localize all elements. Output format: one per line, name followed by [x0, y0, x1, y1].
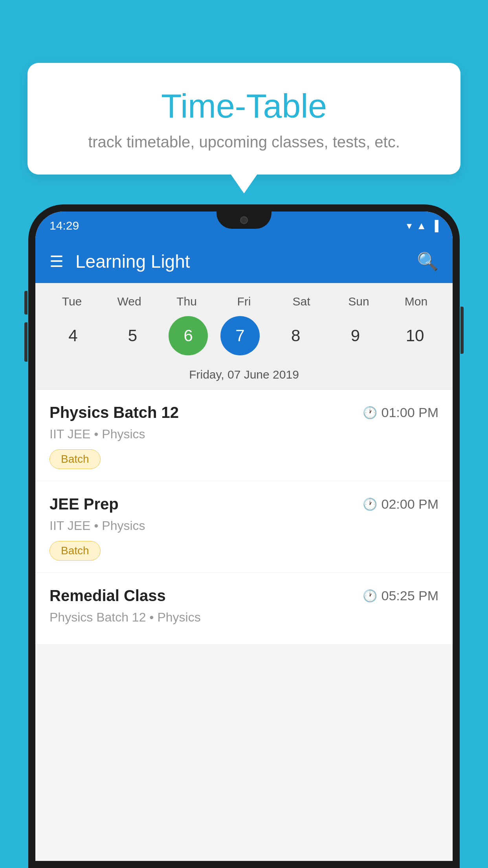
schedule-title-2: JEE Prep: [50, 495, 119, 513]
day-header-thu: Thu: [163, 295, 210, 308]
speech-bubble-container: Time-Table track timetable, upcoming cla…: [28, 63, 460, 175]
day-6-today[interactable]: 6: [169, 316, 208, 355]
batch-badge-2: Batch: [50, 541, 101, 561]
day-header-sun: Sun: [335, 295, 382, 308]
schedule-time-2: 🕐 02:00 PM: [363, 497, 438, 512]
speech-bubble: Time-Table track timetable, upcoming cla…: [28, 63, 460, 175]
day-headers: Tue Wed Thu Fri Sat Sun Mon: [35, 291, 453, 312]
status-bar: 14:29 ▾ ▲ ▐: [35, 211, 453, 240]
day-4[interactable]: 4: [50, 316, 97, 355]
side-button-power: [460, 307, 464, 354]
schedule-item-1[interactable]: Physics Batch 12 🕐 01:00 PM IIT JEE • Ph…: [35, 390, 453, 481]
clock-icon-3: 🕐: [363, 589, 377, 603]
schedule-item-2[interactable]: JEE Prep 🕐 02:00 PM IIT JEE • Physics Ba…: [35, 481, 453, 573]
battery-icon: ▐: [431, 220, 438, 232]
side-button-volume-down: [24, 322, 28, 362]
schedule-item-2-header: JEE Prep 🕐 02:00 PM: [50, 495, 438, 513]
day-header-wed: Wed: [106, 295, 153, 308]
day-7-selected[interactable]: 7: [220, 316, 260, 355]
schedule-item-1-header: Physics Batch 12 🕐 01:00 PM: [50, 404, 438, 421]
schedule-meta-2: IIT JEE • Physics: [50, 519, 438, 533]
day-10[interactable]: 10: [391, 316, 438, 355]
wifi-icon: ▾: [407, 220, 412, 232]
selected-date-label: Friday, 07 June 2019: [35, 363, 453, 390]
phone-screen: 14:29 ▾ ▲ ▐ ☰ Learning Light 🔍 Tue Wed T…: [35, 211, 453, 861]
schedule-time-3: 🕐 05:25 PM: [363, 588, 438, 603]
front-camera: [240, 216, 248, 224]
schedule-title-1: Physics Batch 12: [50, 404, 179, 421]
bubble-title: Time-Table: [43, 86, 445, 125]
clock-icon-2: 🕐: [363, 497, 377, 511]
phone-container: 14:29 ▾ ▲ ▐ ☰ Learning Light 🔍 Tue Wed T…: [28, 204, 460, 868]
schedule-time-value-1: 01:00 PM: [381, 405, 438, 420]
phone-outer: 14:29 ▾ ▲ ▐ ☰ Learning Light 🔍 Tue Wed T…: [28, 204, 460, 868]
schedule-meta-3: Physics Batch 12 • Physics: [50, 610, 438, 625]
schedule-item-3[interactable]: Remedial Class 🕐 05:25 PM Physics Batch …: [35, 573, 453, 645]
day-header-mon: Mon: [393, 295, 440, 308]
schedule-meta-1: IIT JEE • Physics: [50, 427, 438, 441]
day-numbers: 4 5 6 7 8 9 10: [35, 312, 453, 363]
schedule-time-value-2: 02:00 PM: [381, 497, 438, 512]
day-5[interactable]: 5: [109, 316, 156, 355]
batch-badge-1: Batch: [50, 449, 101, 469]
signal-icon: ▲: [416, 220, 427, 232]
schedule-title-3: Remedial Class: [50, 587, 166, 605]
schedule-list: Physics Batch 12 🕐 01:00 PM IIT JEE • Ph…: [35, 390, 453, 645]
schedule-item-3-header: Remedial Class 🕐 05:25 PM: [50, 587, 438, 605]
day-header-tue: Tue: [48, 295, 95, 308]
app-title: Learning Light: [75, 251, 405, 272]
schedule-time-value-3: 05:25 PM: [381, 588, 438, 603]
notch: [216, 211, 272, 229]
bubble-subtitle: track timetable, upcoming classes, tests…: [43, 133, 445, 151]
day-9[interactable]: 9: [332, 316, 379, 355]
app-bar: ☰ Learning Light 🔍: [35, 240, 453, 283]
hamburger-menu-icon[interactable]: ☰: [50, 252, 64, 270]
search-icon[interactable]: 🔍: [417, 251, 438, 272]
schedule-time-1: 🕐 01:00 PM: [363, 405, 438, 420]
calendar-section: Tue Wed Thu Fri Sat Sun Mon 4 5 6 7 8 9 …: [35, 283, 453, 390]
status-icons: ▾ ▲ ▐: [407, 220, 438, 232]
clock-icon-1: 🕐: [363, 406, 377, 419]
side-button-volume-up: [24, 291, 28, 314]
status-time: 14:29: [50, 219, 79, 232]
day-8[interactable]: 8: [272, 316, 319, 355]
day-header-fri: Fri: [220, 295, 268, 308]
day-header-sat: Sat: [278, 295, 325, 308]
